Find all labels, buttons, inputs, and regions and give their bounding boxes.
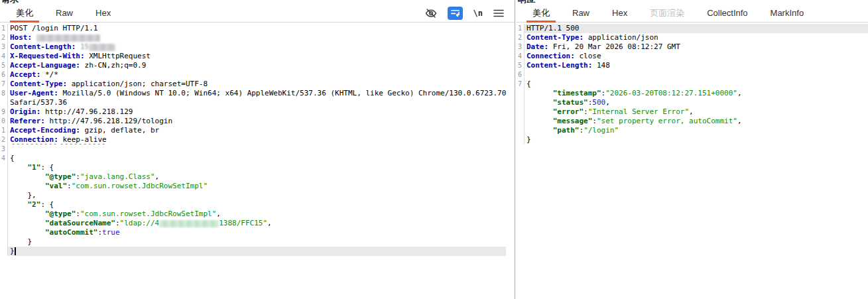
redacted-blur [159, 220, 219, 227]
request-tabs: 美化RawHex [8, 4, 125, 22]
code-line: } [0, 247, 515, 256]
code-line: 4Connection: close [517, 52, 868, 61]
line-number: 5 [517, 61, 525, 70]
newline-icon[interactable]: \n [473, 9, 483, 18]
code-line: "error":"Internal Server Error", [517, 107, 868, 117]
code-line: }, [0, 191, 515, 200]
code-line: 2Connection: keep-alive [0, 135, 515, 145]
tab-Hex[interactable]: Hex [604, 4, 635, 22]
code-line: 2Content-Type: application/json [517, 33, 868, 42]
code-line: 3Date: Fri, 20 Mar 2026 08:12:27 GMT [517, 42, 868, 52]
line-number [517, 98, 525, 107]
code-line: 7Content-Type: application/json; charset… [0, 80, 515, 89]
code-line: 0Referer: http://47.96.218.129/tologin [0, 117, 515, 126]
menu-icon[interactable] [493, 9, 504, 18]
code-line: "path":"/login" [517, 126, 868, 135]
code-line: "val":"com.sun.rowset.JdbcRowSetImpl" [0, 182, 515, 191]
soft-wrap-icon[interactable] [448, 7, 463, 20]
line-number: 7 [517, 80, 525, 89]
tab-CollectInfo[interactable]: CollectInfo [699, 4, 755, 22]
tab-Hex[interactable]: Hex [88, 4, 119, 22]
line-number: 0 [0, 117, 8, 126]
code-line: "dataSourceName":"ldap://41388/FFC15", [0, 219, 515, 228]
code-line: } [517, 135, 868, 145]
code-line: "status":500, [517, 98, 868, 107]
redacted-blur [36, 34, 100, 42]
line-number: 4 [517, 52, 525, 61]
code-line: "2": { [0, 200, 515, 209]
code-line: } [0, 237, 515, 247]
request-toolbar: \n [425, 4, 515, 22]
line-number [0, 172, 8, 182]
line-number [0, 209, 8, 219]
tab-美化[interactable]: 美化 [8, 4, 41, 22]
line-number [517, 135, 525, 145]
code-line: 5Content-Length: 148 [517, 61, 868, 70]
code-line: 3 [0, 145, 515, 154]
line-number [517, 107, 525, 117]
redacted-blur [89, 44, 115, 51]
line-number [0, 237, 8, 247]
tab-美化[interactable]: 美化 [525, 4, 558, 22]
tab-Raw[interactable]: Raw [48, 4, 81, 22]
code-line: 1Accept-Encoding: gzip, deflate, br [0, 126, 515, 135]
line-number: 9 [0, 107, 8, 117]
line-number [517, 126, 525, 135]
line-number: 2 [517, 33, 525, 42]
line-number [0, 228, 8, 237]
line-number: 3 [0, 42, 8, 52]
tab-页面渲染: 页面渲染 [642, 4, 692, 22]
code-line: Safari/537.36 [0, 98, 515, 107]
line-number [0, 163, 8, 172]
response-tabs: 美化RawHex页面渲染CollectInfoMarkInfo [525, 4, 818, 22]
line-number: 1 [0, 126, 8, 135]
line-number: 6 [0, 70, 8, 80]
line-number: 4 [0, 154, 8, 163]
code-line: "@type":"com.sun.rowset.JdbcRowSetImpl", [0, 209, 515, 219]
code-line: 1POST /login HTTP/1.1 [0, 24, 515, 33]
request-tabbar: 美化RawHex \n [0, 4, 515, 23]
code-line: "timestamp":"2026-03-20T08:12:27.151+000… [517, 89, 868, 98]
line-number: 2 [0, 135, 8, 145]
line-number: 4 [0, 52, 8, 61]
line-number [0, 219, 8, 228]
code-line: 7{ [517, 80, 868, 89]
code-line: 8User-Agent: Mozilla/5.0 (Windows NT 10.… [0, 89, 515, 98]
tab-MarkInfo[interactable]: MarkInfo [763, 4, 812, 22]
line-number [517, 117, 525, 126]
code-line: "autoCommit":true [0, 228, 515, 237]
response-panel: 响应 美化RawHex页面渲染CollectInfoMarkInfo 1HTTP… [517, 0, 868, 299]
line-number: 3 [0, 145, 8, 154]
line-number [0, 200, 8, 209]
response-editor[interactable]: 1HTTP/1.1 5002Content-Type: application/… [517, 23, 868, 145]
line-number: 1 [517, 24, 525, 33]
code-line: 9Origin: http://47.96.218.129 [0, 107, 515, 117]
line-number: 5 [0, 61, 8, 70]
line-number: 6 [517, 70, 525, 80]
code-line: 1HTTP/1.1 500 [517, 24, 868, 33]
code-line: 5Accept-Language: zh-CN,zh;q=0.9 [0, 61, 515, 70]
line-number [0, 247, 8, 256]
line-number: 7 [0, 80, 8, 89]
line-number [517, 89, 525, 98]
code-line: 4{ [0, 154, 515, 163]
code-line: 4X-Requested-With: XMLHttpRequest [0, 52, 515, 61]
text-cursor [15, 247, 16, 255]
code-line: 2Host: [0, 33, 515, 42]
code-line: 6Accept: */* [0, 70, 515, 80]
hide-invisibles-icon[interactable] [425, 7, 437, 19]
line-number [0, 191, 8, 200]
line-number: 1 [0, 24, 8, 33]
line-number: 8 [0, 89, 8, 98]
code-line: "@type":"java.lang.Class", [0, 172, 515, 182]
line-number: 2 [0, 33, 8, 42]
response-tabbar: 美化RawHex页面渲染CollectInfoMarkInfo [517, 4, 868, 23]
request-editor[interactable]: 1POST /login HTTP/1.12Host: 3Content-Len… [0, 23, 515, 256]
code-line: 6 [517, 70, 868, 80]
line-number [0, 182, 8, 191]
line-number [0, 98, 8, 107]
request-panel: 请求 美化RawHex \n [0, 0, 515, 299]
code-line: "message":"set property error, autoCommi… [517, 117, 868, 126]
code-line: 3Content-Length: 15 [0, 42, 515, 52]
tab-Raw[interactable]: Raw [564, 4, 597, 22]
